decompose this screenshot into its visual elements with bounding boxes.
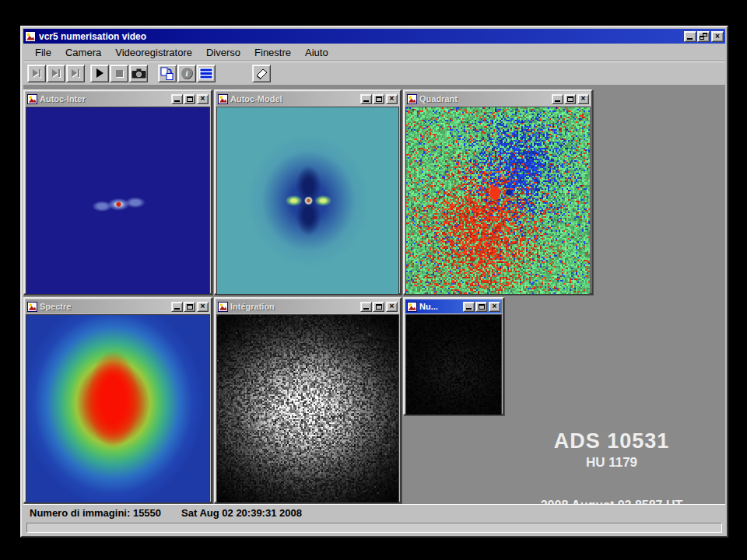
window-integration: Intégration × [214, 297, 402, 503]
stop-icon [116, 70, 123, 77]
maximize-button[interactable] [564, 94, 576, 104]
app-titlebar[interactable]: vcr5 numerisation video × [23, 29, 725, 44]
menu-finestre[interactable]: Finestre [247, 44, 298, 61]
step-frame-icon [72, 69, 79, 77]
spectre-titlebar[interactable]: Spectre × [26, 299, 210, 313]
minimize-icon [687, 38, 693, 40]
info-icon: i [181, 68, 193, 79]
autoc-inter-content [26, 107, 210, 295]
restore-button[interactable] [697, 31, 710, 42]
maximize-icon [376, 304, 382, 310]
close-icon: × [715, 33, 720, 40]
minimize-button[interactable] [360, 302, 372, 312]
app-icon [25, 31, 36, 42]
info-button[interactable]: i [177, 65, 196, 82]
step-frame-icon [33, 69, 40, 77]
close-button[interactable]: × [489, 302, 500, 312]
close-button[interactable]: × [197, 94, 209, 104]
display-list-button[interactable] [197, 65, 216, 82]
step-frame-3-button[interactable] [66, 65, 85, 82]
eraser-icon [254, 67, 268, 80]
app-icon [218, 302, 228, 312]
quadrant-image [406, 107, 591, 294]
window-numerisation: Nu... × [403, 297, 504, 415]
quadrant-titlebar[interactable]: Quadrant × [405, 92, 591, 106]
step-frame-1-button[interactable] [27, 65, 46, 82]
snapshot-button[interactable] [129, 65, 148, 82]
mdi-client-area: Autoc-Inter × Autoc-Model × [23, 85, 725, 504]
step-frame-2-button[interactable] [47, 65, 65, 82]
window-quadrant: Quadrant × [403, 89, 593, 295]
minimize-icon [555, 100, 560, 102]
minimize-icon [363, 100, 369, 102]
minimize-icon [363, 308, 369, 310]
close-icon: × [493, 303, 497, 310]
close-button[interactable]: × [386, 302, 398, 312]
numerisation-image [406, 315, 502, 415]
autoc-model-content [216, 107, 399, 295]
menu-videoregistratore[interactable]: Videoregistratore [108, 44, 199, 61]
minimize-icon [174, 308, 180, 310]
discoverer-designation: HU 1179 [489, 455, 725, 471]
quadrant-content [405, 107, 591, 295]
maximize-icon [187, 304, 193, 310]
minimize-button[interactable] [171, 94, 183, 104]
play-icon [96, 68, 103, 78]
eraser-button[interactable] [252, 65, 271, 82]
close-button[interactable]: × [711, 31, 724, 42]
integration-titlebar[interactable]: Intégration × [216, 299, 399, 313]
copy-image-button[interactable] [158, 65, 177, 82]
image-count: Numero di immagini: 15550 [30, 507, 161, 519]
minimize-icon [466, 308, 472, 310]
window-title: Autoc-Inter [40, 94, 170, 103]
maximize-button[interactable] [184, 302, 195, 312]
app-icon [27, 94, 37, 104]
list-icon [199, 68, 213, 79]
window-title: Autoc-Model [230, 94, 359, 103]
window-spectre: Spectre × [23, 297, 212, 503]
toolbar: i [23, 61, 725, 85]
maximize-icon [479, 304, 485, 310]
menu-aiuto[interactable]: Aiuto [298, 44, 335, 61]
numerisation-titlebar[interactable]: Nu... × [405, 299, 502, 313]
menu-file[interactable]: File [28, 44, 58, 61]
minimize-button[interactable] [684, 31, 696, 42]
minimize-button[interactable] [360, 94, 372, 104]
window-autoc-model: Autoc-Model × [214, 89, 402, 295]
menu-camera[interactable]: Camera [58, 44, 108, 61]
minimize-button[interactable] [463, 302, 475, 312]
window-title: Intégration [230, 302, 359, 311]
autoc-model-image [217, 107, 399, 294]
maximize-button[interactable] [373, 94, 384, 104]
stop-button[interactable] [110, 65, 128, 82]
minimize-button[interactable] [552, 94, 563, 104]
spectre-image [26, 315, 210, 502]
play-button[interactable] [90, 65, 109, 82]
maximize-icon [376, 96, 382, 102]
close-icon: × [390, 95, 395, 103]
maximize-button[interactable] [373, 302, 384, 312]
window-title: Spectre [40, 302, 170, 311]
autoc-inter-titlebar[interactable]: Autoc-Inter × [26, 92, 210, 106]
close-button[interactable]: × [197, 302, 209, 312]
integration-content [216, 314, 399, 503]
maximize-button[interactable] [184, 94, 195, 104]
minimize-icon [174, 100, 180, 102]
close-button[interactable]: × [577, 94, 589, 104]
close-button[interactable]: × [386, 94, 398, 104]
menu-diverso[interactable]: Diverso [199, 44, 247, 61]
close-icon: × [201, 95, 205, 103]
app-icon [218, 94, 228, 104]
close-icon: × [390, 303, 395, 310]
autoc-inter-image [26, 107, 210, 294]
close-icon: × [201, 303, 205, 310]
autoc-model-titlebar[interactable]: Autoc-Model × [216, 92, 399, 106]
maximize-button[interactable] [475, 302, 487, 312]
app-icon [407, 302, 417, 312]
status-bar: Numero di immagini: 15550 Sat Aug 02 20:… [23, 504, 725, 520]
app-icon [407, 94, 417, 104]
minimize-button[interactable] [171, 302, 183, 312]
status-datetime: Sat Aug 02 20:39:31 2008 [181, 507, 302, 519]
maximize-icon [187, 96, 193, 102]
maximize-icon [567, 96, 573, 102]
